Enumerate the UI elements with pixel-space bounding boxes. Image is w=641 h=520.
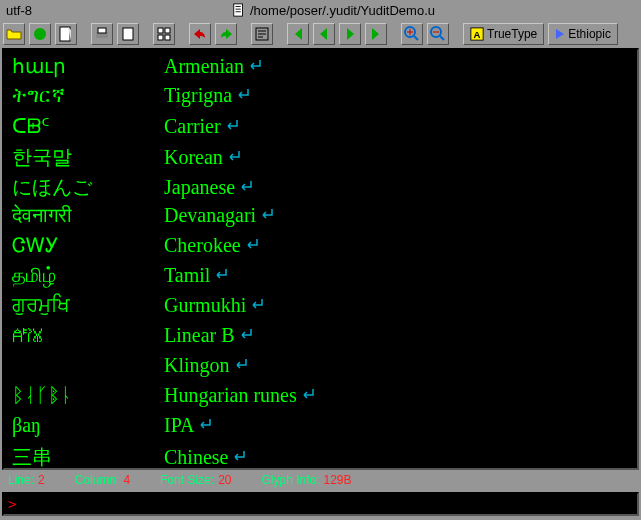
text-row: βaŋIPA	[12, 414, 629, 444]
editor-area[interactable]: հաւրArmenianትግርኛTigrignaᑕᗸᑦCarrier한국말Kor…	[2, 48, 639, 470]
native-script-cell: հաւր	[12, 54, 164, 78]
redo-button[interactable]	[215, 23, 237, 45]
next-button[interactable]	[339, 23, 361, 45]
zoom-in-button[interactable]	[401, 23, 423, 45]
last-button[interactable]	[365, 23, 387, 45]
script-name-cell: Klingon	[164, 354, 629, 377]
command-prompt: >	[8, 496, 16, 512]
status-line: Line:2	[8, 473, 45, 487]
native-script-cell: ትግርኛ	[12, 84, 164, 107]
text-row: 三串Chinese	[12, 444, 629, 470]
undo-button[interactable]	[189, 23, 211, 45]
native-script-cell: 한국말	[12, 144, 164, 171]
command-bar[interactable]: >	[2, 492, 639, 516]
script-name-cell: Hungarian runes	[164, 384, 629, 407]
native-script-cell: देवनागरी	[12, 204, 164, 227]
native-script-cell: தமிழ்	[12, 264, 164, 287]
text-row: 한국말Korean	[12, 144, 629, 174]
status-column: Column:4	[75, 473, 130, 487]
script-name-cell: IPA	[164, 414, 629, 437]
text-row: ᏣᎳᎩCherokee	[12, 234, 629, 264]
svg-rect-10	[165, 28, 170, 33]
play-icon	[555, 28, 565, 40]
native-script-cell: 𐀁𐀰𐀔	[12, 324, 164, 347]
zoom-out-button[interactable]	[427, 23, 449, 45]
text-row: देवनागरीDevanagari	[12, 204, 629, 234]
line-break-icon	[196, 418, 212, 434]
open-button[interactable]	[3, 23, 25, 45]
line-break-icon	[234, 88, 250, 104]
font-icon: A	[470, 27, 484, 41]
line-break-icon	[237, 180, 253, 196]
svg-rect-7	[98, 28, 106, 33]
file-path: /home/poser/.yudit/YuditDemo.u	[32, 3, 635, 18]
line-break-icon	[223, 119, 239, 135]
native-script-cell: ᏣᎳᎩ	[12, 234, 164, 257]
native-script-cell: ᛒᛆᚴᛔᚿ	[12, 384, 164, 407]
font-mode-label: TrueType	[487, 27, 537, 41]
script-name-cell: Japanese	[164, 176, 629, 199]
font-mode-selector[interactable]: A TrueType	[463, 23, 544, 45]
native-script-cell: ᑕᗸᑦ	[12, 114, 164, 138]
svg-rect-12	[165, 35, 170, 40]
script-name-cell: Tigrigna	[164, 84, 629, 107]
text-row: Klingon	[12, 354, 629, 384]
grid-button[interactable]	[153, 23, 175, 45]
native-script-cell: にほんご	[12, 174, 164, 201]
script-mode-label: Ethiopic	[568, 27, 611, 41]
svg-line-15	[414, 36, 418, 40]
text-row: தமிழ்Tamil	[12, 264, 629, 294]
script-name-cell: Korean	[164, 146, 629, 169]
text-row: 𐀁𐀰𐀔Linear B	[12, 324, 629, 354]
svg-rect-8	[123, 28, 133, 40]
line-break-icon	[232, 358, 248, 374]
script-mode-selector[interactable]: Ethiopic	[548, 23, 618, 45]
native-script-cell: 三串	[12, 444, 164, 470]
line-break-icon	[243, 238, 259, 254]
save-button[interactable]	[55, 23, 77, 45]
text-row: հաւրArmenian	[12, 54, 629, 84]
status-glyph: Glyph Info:129B	[261, 473, 351, 487]
line-break-icon	[299, 388, 315, 404]
first-button[interactable]	[287, 23, 309, 45]
line-break-icon	[248, 298, 264, 314]
script-name-cell: Gurmukhi	[164, 294, 629, 317]
svg-rect-11	[158, 35, 163, 40]
encoding-label: utf-8	[6, 3, 32, 18]
file-path-text: /home/poser/.yudit/YuditDemo.u	[250, 3, 435, 18]
text-row: にほんごJapanese	[12, 174, 629, 204]
svg-line-19	[440, 36, 444, 40]
svg-point-4	[34, 28, 46, 40]
script-name-cell: Linear B	[164, 324, 629, 347]
text-row: ਗੁਰਮੁਖਿGurmukhi	[12, 294, 629, 324]
text-row: ትግርኛTigrigna	[12, 84, 629, 114]
line-break-icon	[225, 150, 241, 166]
line-break-icon	[237, 328, 253, 344]
script-name-cell: Chinese	[164, 446, 629, 469]
status-bar: Line:2 Column:4 Font Size:20 Glyph Info:…	[0, 470, 641, 490]
line-break-icon	[230, 450, 246, 466]
line-break-icon	[212, 268, 228, 284]
native-script-cell: ਗੁਰਮੁਖਿ	[12, 294, 164, 317]
svg-rect-9	[158, 28, 163, 33]
record-button[interactable]	[29, 23, 51, 45]
text-row: ᛒᛆᚴᛔᚿHungarian runes	[12, 384, 629, 414]
print-button[interactable]	[91, 23, 113, 45]
script-name-cell: Tamil	[164, 264, 629, 287]
status-fontsize: Font Size:20	[160, 473, 231, 487]
direction-button[interactable]	[251, 23, 273, 45]
svg-rect-0	[234, 4, 243, 16]
line-break-icon	[246, 59, 262, 75]
script-name-cell: Devanagari	[164, 204, 629, 227]
text-row: ᑕᗸᑦCarrier	[12, 114, 629, 144]
svg-text:A: A	[474, 29, 481, 40]
native-script-cell: βaŋ	[12, 414, 164, 437]
toolbar: A TrueType Ethiopic	[0, 20, 641, 48]
title-bar: utf-8 /home/poser/.yudit/YuditDemo.u	[0, 0, 641, 20]
document-icon	[232, 3, 246, 17]
script-name-cell: Carrier	[164, 115, 629, 138]
script-name-cell: Armenian	[164, 55, 629, 78]
script-name-cell: Cherokee	[164, 234, 629, 257]
page-button[interactable]	[117, 23, 139, 45]
prev-button[interactable]	[313, 23, 335, 45]
